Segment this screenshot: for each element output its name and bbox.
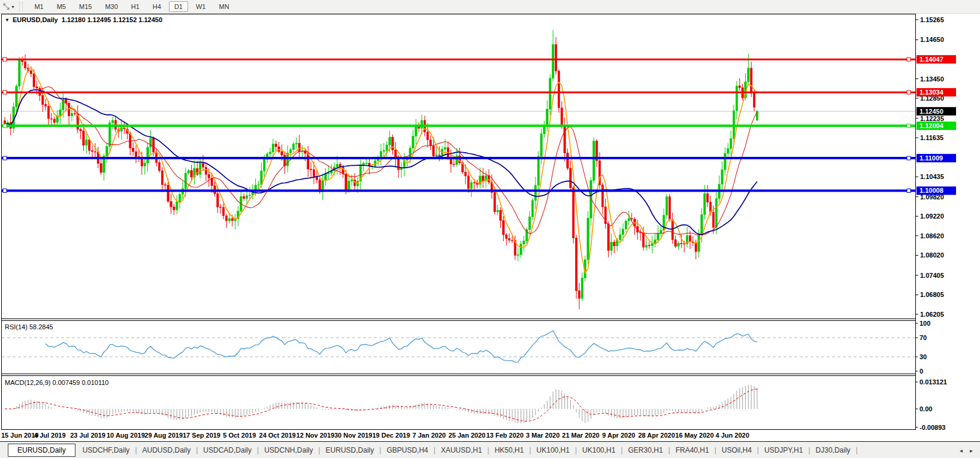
time-tick-label: 5 Oct 2019	[223, 432, 256, 439]
macd-scale-label: 0.00	[919, 405, 932, 412]
price-badge-1-13034: 1.13034	[917, 88, 956, 96]
price-badge-label: 1.12004	[919, 122, 944, 129]
dropdown-caret-icon: ▾	[11, 4, 14, 10]
chart-tab-usdchf-daily[interactable]: USDCHF,Daily	[78, 444, 135, 456]
price-badge-1-14047: 1.14047	[917, 55, 956, 63]
pane-frame	[1, 14, 916, 430]
collapse-arrow-icon[interactable]: ▼	[5, 17, 10, 23]
time-tick-label: 16 May 2020	[675, 432, 713, 439]
price-tick-label: 1.06805	[920, 291, 944, 298]
chart-canvas[interactable]: 1.152651.146501.134501.128501.122351.116…	[0, 0, 980, 458]
time-tick-label: 7 Jan 2020	[412, 432, 446, 439]
rsi-scale-label: 70	[919, 334, 927, 341]
time-tick-label: 12 Nov 2019	[297, 432, 335, 439]
price-badge-label: 1.14047	[919, 56, 943, 63]
tab-nav-left-icon[interactable]: ◂	[960, 447, 963, 454]
rsi-line	[46, 330, 757, 362]
macd-scale-label: 0.013121	[919, 378, 947, 386]
chart-tab-audusd-daily[interactable]: AUDUSD,Daily	[138, 444, 196, 456]
chart-tab-xauusd-h1[interactable]: XAUUSD,H1	[436, 444, 487, 456]
time-tick-label: 10 Aug 2019	[107, 432, 145, 439]
timeframe-button-m15[interactable]: M15	[74, 1, 97, 12]
macd-scale-label: -0.00893	[919, 424, 945, 431]
hline-1-14047[interactable]	[2, 57, 915, 61]
tab-separator: |	[855, 446, 858, 454]
timeframe-button-h4[interactable]: H4	[147, 1, 167, 12]
time-axis[interactable]: 15 Jun 20194 Jul 201923 Jul 201910 Aug 2…	[1, 432, 749, 439]
toolbar: ⤡ ▾ M1M5M15M30H1H4D1W1MN	[0, 0, 980, 14]
price-tick-label: 1.09220	[920, 213, 944, 220]
time-tick-label: 17 Sep 2019	[183, 432, 220, 439]
time-tick-label: 23 Jul 2019	[70, 432, 105, 439]
hline-1-10008[interactable]	[2, 189, 915, 192]
price-badge-label: 1.13034	[919, 89, 944, 96]
tab-nav: ◂ ▸	[960, 447, 973, 454]
time-tick-label: 15 Jun 2019	[1, 432, 38, 439]
price-badge-1-12450: 1.12450	[917, 107, 956, 116]
chart-tab-usdcnh-daily[interactable]: USDCNH,Daily	[259, 444, 317, 456]
time-tick-label: 19 Dec 2019	[373, 432, 410, 439]
chart-tab-gbpusd-h4[interactable]: GBPUSD,H4	[382, 444, 432, 456]
rsi-indicator-label: RSI(14) 58.2845	[5, 323, 53, 330]
timeframe-button-d1[interactable]: D1	[169, 1, 188, 12]
timeframe-button-m1[interactable]: M1	[29, 1, 49, 12]
chart-tab-usoil-h4[interactable]: USOil,H4	[717, 444, 757, 456]
cursor-tool-button[interactable]: ⤡ ▾	[3, 2, 14, 11]
hline-1-12004[interactable]	[2, 124, 915, 128]
time-tick-label: 9 Apr 2020	[602, 432, 635, 439]
chart-tab-usdjpy-h1[interactable]: USDJPY,H1	[760, 444, 807, 456]
chart-tab-uk100-h1[interactable]: UK100,H1	[532, 444, 574, 456]
time-tick-label: 25 Jan 2020	[449, 432, 486, 439]
price-tick-label: 1.10435	[920, 173, 944, 180]
price-tick-label: 1.12235	[920, 115, 944, 122]
chart-tab-hk50-h1[interactable]: HK50,H1	[490, 444, 529, 456]
chart-tab-bar: EURUSD,DailyUSDCHF,Daily|AUDUSD,Daily|US…	[0, 441, 980, 458]
chart-tab-eurusd-daily[interactable]: EURUSD,Daily	[8, 444, 75, 457]
ohlc-values: 1.12180 1.12495 1.12152 1.12450	[62, 16, 162, 23]
toolbar-grip	[19, 2, 23, 11]
time-tick-label: 4 Jul 2019	[34, 432, 66, 439]
chart-tabs-strip: EURUSD,DailyUSDCHF,Daily|AUDUSD,Daily|US…	[0, 444, 960, 457]
cursor-tool-icon: ⤡	[3, 2, 9, 11]
price-tick-label: 1.11635	[920, 134, 943, 141]
timeframe-button-m5[interactable]: M5	[52, 1, 71, 12]
chart-tab-ger30-h1[interactable]: GER30,H1	[624, 444, 668, 456]
price-tick-label: 1.07405	[920, 272, 944, 279]
time-tick-label: 24 Oct 2019	[259, 432, 296, 439]
timeframe-button-h1[interactable]: H1	[126, 1, 145, 12]
timeframe-button-m30[interactable]: M30	[99, 1, 123, 12]
price-badge-1-10008: 1.10008	[917, 186, 956, 195]
symbol-timeframe-label: EURUSD,Daily	[13, 16, 58, 23]
time-tick-label: 30 Nov 2019	[334, 432, 373, 439]
chart-tab-fra40-h1[interactable]: FRA40,H1	[671, 444, 714, 456]
chart-tab-uk100-h1[interactable]: UK100,H1	[577, 444, 620, 456]
rsi-scale-label: 100	[919, 320, 930, 327]
price-tick-label: 1.14650	[920, 36, 944, 43]
price-badge-1-11009: 1.11009	[917, 154, 956, 162]
timeframe-button-mn[interactable]: MN	[213, 1, 234, 12]
price-tick-label: 1.06205	[920, 311, 944, 318]
time-tick-label: 28 Apr 2020	[638, 432, 674, 439]
price-tick-label: 1.08620	[920, 232, 944, 239]
time-tick-label: 13 Feb 2020	[486, 432, 524, 439]
price-badge-label: 1.10008	[919, 187, 943, 194]
price-badge-label: 1.12450	[919, 108, 943, 115]
rsi-scale-label: 0	[919, 368, 923, 375]
chart-tab-eurusd-daily[interactable]: EURUSD,Daily	[321, 444, 379, 456]
timeframe-buttons: M1M5M15M30H1H4D1W1MN	[28, 1, 235, 12]
rsi-scale-label: 30	[919, 353, 927, 360]
chart-tab-dj30-daily[interactable]: DJ30,Daily	[811, 444, 855, 456]
time-tick-label: 3 Mar 2020	[526, 432, 559, 439]
tab-nav-right-icon[interactable]: ▸	[970, 447, 973, 454]
macd-indicator-label: MACD(12,26,9) 0.007459 0.010110	[5, 379, 108, 386]
macd-pane: 0.0131210.00-0.00893	[5, 378, 947, 431]
chart-tab-usdcad-daily[interactable]: USDCAD,Daily	[198, 444, 256, 456]
rsi-pane: 10070300	[2, 320, 930, 375]
time-tick-label: 4 Jun 2020	[716, 432, 749, 439]
time-tick-label: 29 Aug 2019	[144, 432, 183, 439]
price-badge-label: 1.11009	[919, 154, 943, 162]
price-badge-1-12004: 1.12004	[917, 122, 956, 130]
hline-1-13034[interactable]	[2, 90, 915, 94]
price-tick-label: 1.13450	[920, 75, 944, 83]
timeframe-button-w1[interactable]: W1	[190, 1, 211, 12]
